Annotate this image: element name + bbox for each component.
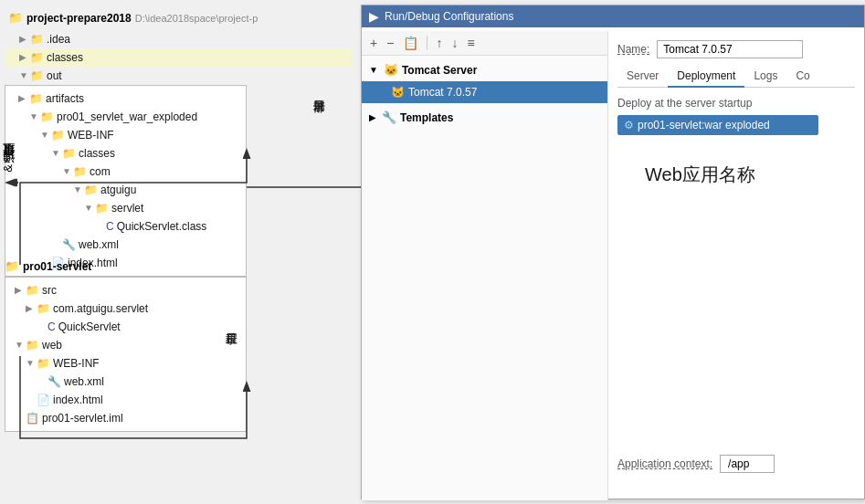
folder-icon: 📁 — [30, 31, 44, 47]
folder-icon: 📁 — [29, 90, 43, 107]
tomcat-7057-item[interactable]: 🐱 Tomcat 7.0.57 — [362, 81, 607, 103]
tree-label: src — [42, 282, 57, 299]
tab-deployment[interactable]: Deployment — [668, 66, 744, 88]
tree-label: web.xml — [64, 373, 104, 390]
deploy-section-title: Deploy at the server startup — [617, 97, 855, 110]
folder-icon: 📁 — [26, 282, 39, 299]
name-label: Name: — [617, 43, 649, 56]
list-item[interactable]: ▼ 📁 com — [11, 163, 240, 181]
list-item[interactable]: ▼ 📁 atguigu — [11, 181, 240, 199]
tree-label: WEB-INF — [53, 355, 100, 372]
tomcat-server-group[interactable]: ▼ 🐱 Tomcat Server — [362, 59, 607, 81]
dialog-titlebar: ▶ Run/Debug Configurations — [362, 5, 864, 27]
deploy-item-label: pro01-servlet:war exploded — [638, 119, 770, 131]
tree-label: com.atguigu.servlet — [53, 300, 148, 317]
list-item[interactable]: ▶ 📁 com.atguigu.servlet — [11, 299, 240, 318]
project2-name: pro01-servlet — [23, 260, 91, 273]
artifacts-box: ▶ 📁 artifacts ▼ 📁 pro01_servlet_war_expl… — [5, 85, 247, 277]
web-app-name: Web应用名称 — [645, 163, 855, 187]
folder-icon: 📁 — [95, 200, 109, 216]
expand-icon: ▼ — [369, 62, 378, 79]
project-name: project-prepare2018 — [26, 12, 132, 25]
tree-label: index.html — [53, 392, 103, 408]
list-item[interactable]: ▶ 📁 artifacts — [11, 89, 240, 108]
list-item[interactable]: C QuickServlet.class — [11, 217, 240, 236]
tree-label: web — [42, 337, 62, 353]
app-context-label: Application context: — [617, 457, 712, 470]
tabs-row: Server Deployment Logs Co — [617, 66, 855, 88]
folder-icon: 📁 — [26, 337, 39, 353]
folder-icon: 📁 — [30, 49, 44, 66]
list-item[interactable]: ▶ 📁 .idea — [5, 30, 352, 48]
folder-icon: 📁 — [73, 163, 87, 180]
name-input[interactable] — [657, 40, 803, 58]
tab-code-coverage[interactable]: Co — [786, 66, 818, 88]
app-context-row: Application context: — [617, 455, 775, 473]
add-button[interactable]: + — [367, 35, 380, 51]
tree-label: out — [47, 68, 62, 84]
class-icon: C — [106, 218, 114, 235]
copy-button[interactable]: 📋 — [400, 35, 421, 51]
name-row: Name: — [617, 40, 855, 58]
dialog-right-content: Name: Server Deployment Logs Co Deploy a… — [608, 31, 864, 500]
project-header: 📁 project-prepare2018 D:\idea2018space\p… — [5, 9, 352, 26]
folder-icon: 📁 — [37, 300, 50, 317]
list-item[interactable]: 🔧 web.xml — [11, 373, 240, 391]
dialog-left-tree: + − 📋 ↑ ↓ ≡ ▼ 🐱 Tomcat Server 🐱 Tomcat 7… — [362, 31, 608, 500]
movedown-button[interactable]: ↓ — [448, 35, 460, 51]
moveup-button[interactable]: ↑ — [433, 35, 445, 51]
list-item[interactable]: ▼ 📁 WEB-INF — [11, 354, 240, 373]
tree-label: artifacts — [46, 90, 84, 107]
tree-label: QuickServlet.class — [117, 218, 207, 235]
tree-label: web.xml — [79, 236, 119, 253]
list-item[interactable]: ▼ 📁 WEB-INF — [11, 126, 240, 144]
sort-button[interactable]: ≡ — [464, 35, 477, 51]
tab-server[interactable]: Server — [617, 66, 668, 88]
list-item[interactable]: 📄 index.html — [11, 391, 240, 409]
app-context-input[interactable] — [720, 455, 775, 473]
list-item[interactable]: ▼ 📁 pro01_servlet_war_exploded — [11, 108, 240, 126]
tomcat-child-icon: 🐱 — [391, 84, 405, 100]
list-item[interactable]: ▼ 📁 web — [11, 336, 240, 354]
folder-icon: 📁 — [30, 68, 44, 84]
list-item[interactable]: ▶ 📁 classes — [5, 48, 352, 67]
folder-icon: 📁 — [51, 127, 65, 143]
tree-label: classes — [79, 145, 115, 162]
deploy-item[interactable]: ⚙ pro01-servlet:war exploded — [617, 115, 818, 135]
config-tree: ▼ 🐱 Tomcat Server 🐱 Tomcat 7.0.57 ▶ 🔧 Te… — [362, 56, 607, 132]
tree-label: pro01-servlet.iml — [42, 410, 123, 426]
run-debug-dialog: ▶ Run/Debug Configurations + − 📋 ↑ ↓ ≡ ▼… — [361, 5, 865, 499]
java-icon: C — [47, 319, 56, 335]
xml-icon: 🔧 — [47, 373, 61, 390]
tab-logs[interactable]: Logs — [744, 66, 786, 88]
tree-label: servlet — [111, 200, 143, 216]
tree-label: pro01_servlet_war_exploded — [57, 109, 197, 125]
list-item[interactable]: ▼ 📁 out — [5, 67, 352, 85]
templates-group[interactable]: ▶ 🔧 Templates — [362, 107, 607, 129]
list-item[interactable]: ▼ 📁 servlet — [11, 199, 240, 217]
list-item[interactable]: ▼ 📁 classes — [11, 144, 240, 163]
deploy-item-icon: ⚙ — [624, 119, 634, 131]
folder-icon: 📁 — [84, 182, 98, 198]
project-folder-icon: 📁 — [8, 11, 23, 25]
list-item[interactable]: 📋 pro01-servlet.iml — [11, 409, 240, 427]
tree-label: com — [90, 163, 111, 180]
list-item[interactable]: ▶ 📁 src — [11, 281, 240, 299]
left-panel: 📁 project-prepare2018 D:\idea2018space\p… — [0, 0, 356, 504]
dialog-icon: ▶ — [369, 9, 379, 24]
list-item[interactable]: C QuickServlet — [11, 318, 240, 336]
remove-button[interactable]: − — [384, 35, 396, 51]
dialog-title: Run/Debug Configurations — [385, 10, 513, 23]
project2-folder-icon: 📁 — [5, 259, 19, 273]
html-icon: 📄 — [37, 392, 50, 408]
tree-label: WEB-INF — [68, 127, 114, 143]
tomcat-child-label: Tomcat 7.0.57 — [408, 84, 477, 100]
list-item[interactable]: 🔧 web.xml — [11, 236, 240, 254]
project2-box: ▶ 📁 src ▶ 📁 com.atguigu.servlet C QuickS… — [5, 277, 247, 432]
tomcat-server-label: Tomcat Server — [402, 62, 477, 79]
folder-icon: 📁 — [62, 145, 76, 162]
tree-label: .idea — [47, 31, 70, 47]
templates-icon: 🔧 — [382, 110, 396, 126]
compile-annotation: 编译&目录重组 — [0, 164, 16, 173]
project2-header: 📁 pro01-servlet — [5, 259, 91, 273]
